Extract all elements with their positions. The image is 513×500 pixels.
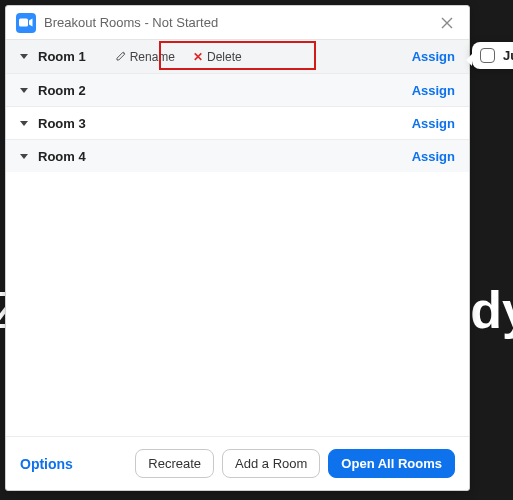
assign-link[interactable]: Assign xyxy=(412,83,455,98)
window-title: Breakout Rooms - Not Started xyxy=(44,15,218,30)
breakout-rooms-dialog: Breakout Rooms - Not Started Room 1 Rena… xyxy=(5,5,470,491)
caret-down-icon xyxy=(20,54,28,59)
rename-button[interactable]: Rename xyxy=(116,50,175,64)
titlebar: Breakout Rooms - Not Started xyxy=(6,6,469,40)
assign-link[interactable]: Assign xyxy=(412,49,455,64)
room-name: Room 2 xyxy=(38,83,86,98)
assign-link[interactable]: Assign xyxy=(412,116,455,131)
add-room-button[interactable]: Add a Room xyxy=(222,449,320,478)
assign-participant-popup: Judy xyxy=(472,42,513,69)
room-name: Room 3 xyxy=(38,116,86,131)
close-button[interactable] xyxy=(435,11,459,35)
rooms-list: Room 1 Rename ✕ Delete Assign Room 2 Ass… xyxy=(6,40,469,172)
rename-label: Rename xyxy=(130,50,175,64)
close-icon xyxy=(441,17,453,29)
room-name: Room 1 xyxy=(38,49,86,64)
delete-button[interactable]: ✕ Delete xyxy=(193,50,242,64)
pencil-icon xyxy=(116,50,126,64)
room-row-3[interactable]: Room 3 Assign xyxy=(6,106,469,139)
zoom-app-icon xyxy=(16,13,36,33)
room-row-actions: Rename ✕ Delete xyxy=(116,50,242,64)
room-name: Room 4 xyxy=(38,149,86,164)
delete-label: Delete xyxy=(207,50,242,64)
dialog-footer: Options Recreate Add a Room Open All Roo… xyxy=(6,436,469,490)
svg-rect-0 xyxy=(19,19,28,27)
dialog-body-spacer xyxy=(6,172,469,436)
room-row-4[interactable]: Room 4 Assign xyxy=(6,139,469,172)
caret-down-icon xyxy=(20,121,28,126)
recreate-button[interactable]: Recreate xyxy=(135,449,214,478)
open-all-rooms-button[interactable]: Open All Rooms xyxy=(328,449,455,478)
room-row-2[interactable]: Room 2 Assign xyxy=(6,73,469,106)
x-icon: ✕ xyxy=(193,50,203,64)
participant-checkbox[interactable] xyxy=(480,48,495,63)
assign-link[interactable]: Assign xyxy=(412,149,455,164)
caret-down-icon xyxy=(20,88,28,93)
caret-down-icon xyxy=(20,154,28,159)
room-row-1[interactable]: Room 1 Rename ✕ Delete Assign xyxy=(6,40,469,73)
participant-name: Judy xyxy=(503,48,513,63)
options-link[interactable]: Options xyxy=(20,456,73,472)
